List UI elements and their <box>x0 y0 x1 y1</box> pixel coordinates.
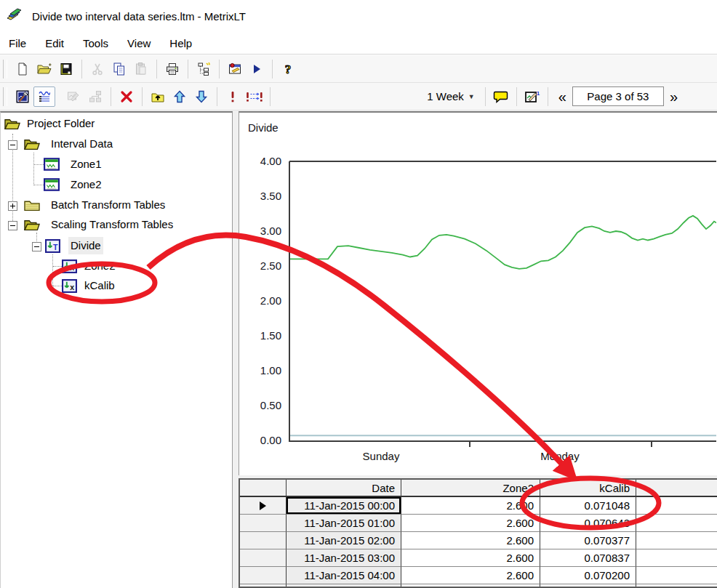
series-icon: x <box>62 259 77 276</box>
row-selector-cell[interactable] <box>240 515 287 532</box>
table-row[interactable]: 11-Jan-2015 00:002.6000.071048 <box>240 497 717 515</box>
column-header-kcalib[interactable]: kCalib <box>540 480 636 497</box>
help-icon[interactable]: ? <box>277 59 299 79</box>
toolbar-separator <box>219 60 220 78</box>
cell-date[interactable]: 11-Jan-2015 00:00 <box>287 497 401 515</box>
cell-filler[interactable] <box>636 532 717 549</box>
open-folder-icon[interactable] <box>33 59 55 79</box>
row-selector-cell[interactable] <box>240 532 287 549</box>
exception-icon[interactable] <box>222 86 244 107</box>
cell-filler[interactable] <box>636 584 717 588</box>
tree-expander-expand[interactable] <box>8 201 17 210</box>
interval-table-icon <box>44 178 60 194</box>
row-selector-cell[interactable] <box>240 497 287 515</box>
tree-item-label: Project Folder <box>25 115 97 132</box>
batch-tree-icon[interactable] <box>193 59 215 79</box>
tree-connector <box>52 254 53 286</box>
cell-kcalib[interactable]: 0.071048 <box>540 497 636 515</box>
run-play-icon[interactable] <box>246 59 268 79</box>
cell-date[interactable]: 11-Jan-2015 03:00 <box>287 549 401 567</box>
prev-page-button[interactable]: « <box>558 89 566 104</box>
cell-zone2[interactable]: 2.600 <box>401 584 540 588</box>
copy-icon[interactable] <box>108 59 130 79</box>
tree-item-label: Zone1 <box>68 156 104 173</box>
y-axis-tick-label: 2.50 <box>260 259 281 272</box>
tree-expander-collapse[interactable] <box>8 140 17 149</box>
cell-zone2[interactable]: 2.600 <box>401 532 540 549</box>
graph-properties-icon[interactable] <box>12 86 33 107</box>
y-axis-tick-label: 0.00 <box>260 434 281 446</box>
row-selector-cell[interactable] <box>240 549 287 567</box>
delete-icon[interactable] <box>116 86 137 107</box>
folder-up-icon[interactable] <box>147 86 169 107</box>
window-title: Divide two interval data series.ltm - Me… <box>32 10 246 23</box>
tree-item-label: kCalib <box>82 277 117 294</box>
table-row[interactable]: 11-Jan-2015 04:002.6000.070200 <box>240 567 717 584</box>
cell-filler[interactable] <box>636 515 717 532</box>
column-header-filler[interactable] <box>636 480 717 497</box>
menu-item-file[interactable]: File <box>9 37 26 49</box>
cell-zone2[interactable]: 2.600 <box>401 515 540 532</box>
cell-filler[interactable] <box>636 549 717 567</box>
cell-kcalib[interactable]: 0.070200 <box>540 567 636 584</box>
next-page-button[interactable]: » <box>670 89 678 104</box>
time-range-dropdown[interactable]: 1 Week ▼ <box>427 90 475 102</box>
table-row[interactable]: 11-Jan-2015 03:002.6000.070837 <box>240 549 717 567</box>
zone2-series-line <box>290 216 716 269</box>
move-down-icon[interactable] <box>191 86 212 107</box>
tree-expander-collapse[interactable] <box>32 241 41 251</box>
tree-item-label: Zone2 <box>82 257 118 275</box>
cell-kcalib[interactable]: 0.070643 <box>540 515 636 532</box>
row-selector-header[interactable] <box>240 480 287 497</box>
menu-item-edit[interactable]: Edit <box>45 37 64 49</box>
column-header-zone2[interactable]: Zone2 <box>401 480 540 497</box>
divide-chart: Divide4.003.503.002.502.001.501.000.500.… <box>239 113 717 477</box>
row-selector-cell[interactable] <box>240 567 287 584</box>
menu-item-help[interactable]: Help <box>169 37 192 49</box>
x-axis-day-label: Monday <box>540 450 580 462</box>
toolbar-separator <box>142 87 143 106</box>
toolbar-separator <box>272 60 273 78</box>
page-indicator-box[interactable]: Page 3 of 53 <box>572 86 664 106</box>
transform-icon: T <box>45 239 60 256</box>
cell-kcalib[interactable]: 0.069404 <box>540 584 636 588</box>
next-exception-icon[interactable] <box>244 86 265 107</box>
row-selector-cell[interactable] <box>240 584 287 588</box>
tree-expander-collapse[interactable] <box>8 220 17 230</box>
column-header-date[interactable]: Date <box>287 480 401 497</box>
toolbar-separator <box>270 87 271 106</box>
cell-zone2[interactable]: 2.600 <box>401 549 540 567</box>
graph-table-view-icon[interactable] <box>33 86 55 107</box>
table-row[interactable]: 11-Jan-2015 01:002.6000.070643 <box>240 515 717 532</box>
table-row[interactable]: 11-Jan-2015 02:002.6000.070377 <box>240 532 717 549</box>
print-icon[interactable] <box>161 59 183 79</box>
main-toolbar: ? <box>0 55 717 83</box>
cell-filler[interactable] <box>636 567 717 584</box>
cell-zone2[interactable]: 2.600 <box>401 497 540 515</box>
cell-kcalib[interactable]: 0.070837 <box>540 549 636 567</box>
save-icon[interactable] <box>55 59 77 79</box>
menu-bar: FileEditToolsViewHelp <box>0 32 717 54</box>
table-row[interactable]: 11-Jan-2015 05:002.6000.069404 <box>240 584 717 588</box>
svg-text:1: 1 <box>537 89 540 96</box>
svg-text:T: T <box>53 243 58 251</box>
cell-date[interactable]: 11-Jan-2015 04:00 <box>287 567 401 584</box>
cell-kcalib[interactable]: 0.070377 <box>540 532 636 549</box>
cell-filler[interactable] <box>636 497 717 515</box>
toolbar-separator <box>188 60 188 78</box>
new-document-icon[interactable] <box>12 59 33 79</box>
report-wizard-icon[interactable] <box>224 59 246 79</box>
cell-zone2[interactable]: 2.600 <box>401 567 540 584</box>
move-up-icon[interactable] <box>169 86 191 107</box>
series-icon: x <box>62 279 77 296</box>
cell-date[interactable]: 11-Jan-2015 02:00 <box>287 532 401 549</box>
edit-picture-icon[interactable]: 1 <box>521 86 543 107</box>
toolbar-separator <box>217 87 217 106</box>
toolbar-grip <box>3 60 7 78</box>
cell-date[interactable]: 11-Jan-2015 05:00 <box>287 584 401 588</box>
menu-item-tools[interactable]: Tools <box>83 37 108 49</box>
tree-item-label: Interval Data <box>49 135 115 153</box>
menu-item-view[interactable]: View <box>127 37 151 49</box>
cell-date[interactable]: 11-Jan-2015 01:00 <box>287 515 401 532</box>
speech-bubble-icon[interactable] <box>490 86 512 107</box>
